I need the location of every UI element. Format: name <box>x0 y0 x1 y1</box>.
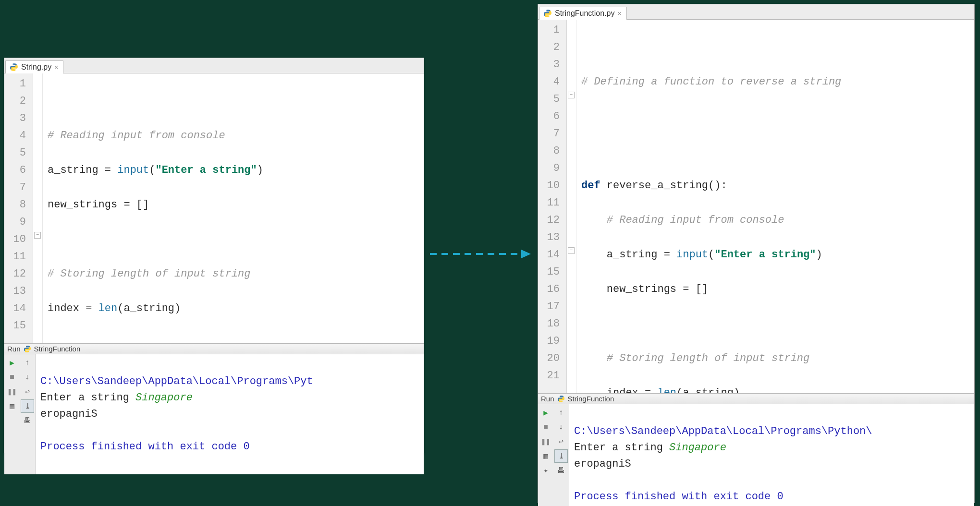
code-line: a_string = input("Enter a string") <box>581 246 969 264</box>
stop-button[interactable]: ■ <box>539 421 552 434</box>
print-icon[interactable]: 🖶 <box>21 414 34 427</box>
run-config-name: StringFunction <box>34 345 81 353</box>
run-header-left: Run StringFunction <box>4 344 424 354</box>
line-gutter-left: 123 456 789 101112 131415 <box>4 73 33 343</box>
code-line <box>48 335 419 343</box>
code-line: # Reading input from console <box>48 127 419 145</box>
output-exit: Process finished with exit code 0 <box>574 491 784 503</box>
run-output-left[interactable]: C:\Users\Sandeep\AppData\Local\Programs\… <box>36 354 424 474</box>
code-area-left[interactable]: # Reading input from console a_string = … <box>43 73 424 343</box>
python-run-icon <box>557 395 565 403</box>
python-file-icon <box>10 63 18 72</box>
up-arrow-icon[interactable]: ↑ <box>21 356 34 370</box>
code-line: index = len(a_string) <box>581 385 969 393</box>
fold-marker-icon[interactable]: − <box>568 247 575 254</box>
run-label: Run <box>541 395 554 403</box>
down-arrow-icon[interactable]: ↓ <box>21 371 34 384</box>
code-line: # Storing length of input string <box>48 265 419 283</box>
fold-gutter-right: − − <box>567 20 576 393</box>
code-line: # Defining a function to reverse a strin… <box>581 73 969 91</box>
run-toolbar-right: ▶ ■ ❚❚ ▦ ✦ ↑ ↓ ↩ ⤓ 🖶 <box>538 404 569 506</box>
print-icon[interactable]: 🖶 <box>554 464 568 477</box>
code-line: def reverse_a_string(): <box>581 177 969 194</box>
code-line <box>581 108 969 125</box>
code-line <box>48 93 419 110</box>
code-line <box>581 315 969 333</box>
code-line <box>581 39 969 56</box>
fold-marker-icon[interactable]: − <box>568 92 575 98</box>
run-button[interactable]: ▶ <box>5 356 19 370</box>
pause-button[interactable]: ❚❚ <box>539 435 552 448</box>
tab-stringfunction-py[interactable]: StringFunction.py × <box>539 7 627 20</box>
settings-icon[interactable]: ✦ <box>539 464 552 477</box>
code-line: new_strings = [] <box>581 281 969 298</box>
layout-button[interactable]: ▦ <box>5 399 19 413</box>
fold-gutter-left: − <box>33 73 43 343</box>
tab-label: StringFunction.py <box>555 9 615 18</box>
close-icon[interactable]: × <box>618 10 622 17</box>
close-icon[interactable]: × <box>54 63 58 71</box>
line-gutter-right: 123 456 789 101112 131415 161718 192021 <box>538 20 567 393</box>
code-line <box>581 143 969 160</box>
output-user-input: Singapore <box>135 392 193 404</box>
tab-string-py[interactable]: String.py × <box>5 60 63 73</box>
code-line <box>48 231 419 248</box>
scroll-lock-button[interactable]: ⤓ <box>21 399 34 413</box>
output-path: C:\Users\Sandeep\AppData\Local\Programs\… <box>574 425 872 437</box>
run-panel-right: Run StringFunction ▶ ■ ❚❚ ▦ ✦ ↑ ↓ ↩ ⤓ <box>538 393 974 503</box>
output-prompt: Enter a string <box>40 392 135 404</box>
up-arrow-icon[interactable]: ↑ <box>554 406 568 420</box>
code-line: a_string = input("Enter a string") <box>48 162 419 179</box>
run-label: Run <box>7 345 21 353</box>
code-line: # Storing length of input string <box>581 350 969 367</box>
tab-bar-right: StringFunction.py × <box>538 4 974 20</box>
layout-button[interactable]: ▦ <box>539 449 552 463</box>
code-line: index = len(a_string) <box>48 300 419 317</box>
pause-button[interactable]: ❚❚ <box>5 385 19 398</box>
stop-button[interactable]: ■ <box>5 371 19 384</box>
code-line: new_strings = [] <box>48 196 419 214</box>
run-button[interactable]: ▶ <box>539 406 552 420</box>
fold-marker-icon[interactable]: − <box>34 232 41 239</box>
output-path: C:\Users\Sandeep\AppData\Local\Programs\… <box>40 375 313 387</box>
wrap-icon[interactable]: ↩ <box>21 385 34 398</box>
editor-body-left: 123 456 789 101112 131415 − # Reading in… <box>4 73 424 343</box>
output-exit: Process finished with exit code 0 <box>40 441 250 453</box>
wrap-icon[interactable]: ↩ <box>554 435 568 448</box>
editor-body-right: 123 456 789 101112 131415 161718 192021 … <box>538 20 974 393</box>
run-output-right[interactable]: C:\Users\Sandeep\AppData\Local\Programs\… <box>569 404 974 506</box>
editor-window-left: String.py × 123 456 789 101112 131415 − … <box>4 58 424 453</box>
scroll-lock-button[interactable]: ⤓ <box>554 449 568 463</box>
editor-window-right: StringFunction.py × 123 456 789 101112 1… <box>538 4 975 503</box>
output-result: eropagniS <box>40 408 98 420</box>
python-run-icon <box>24 345 31 353</box>
run-panel-left: Run StringFunction ▶ ■ ❚❚ ▦ ↑ ↓ ↩ ⤓ � <box>4 343 424 453</box>
output-result: eropagniS <box>574 458 631 470</box>
run-header-right: Run StringFunction <box>538 394 974 404</box>
run-toolbar-left: ▶ ■ ❚❚ ▦ ↑ ↓ ↩ ⤓ 🖶 <box>4 354 36 474</box>
output-prompt: Enter a string <box>574 442 669 454</box>
tab-label: String.py <box>21 63 51 72</box>
code-area-right[interactable]: # Defining a function to reverse a strin… <box>576 20 974 393</box>
code-line: # Reading input from console <box>581 212 969 229</box>
svg-marker-1 <box>521 250 531 258</box>
run-config-name: StringFunction <box>568 395 614 403</box>
tab-bar-left: String.py × <box>4 58 424 73</box>
python-file-icon <box>543 9 552 18</box>
arrow-icon <box>430 250 531 258</box>
down-arrow-icon[interactable]: ↓ <box>554 421 568 434</box>
output-user-input: Singapore <box>669 442 726 454</box>
